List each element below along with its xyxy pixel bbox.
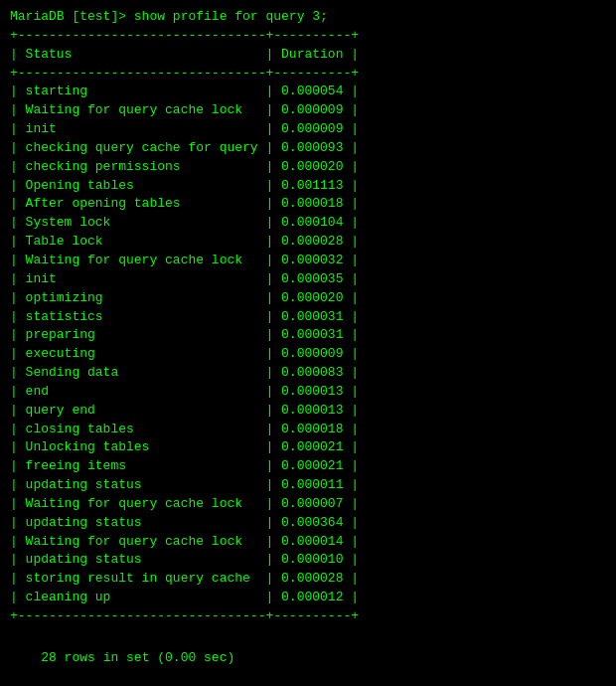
table-row: | Opening tables | 0.001113 | <box>10 177 606 196</box>
table-row: | Waiting for query cache lock | 0.00000… <box>10 495 606 514</box>
table-body: | starting | 0.000054 || Waiting for que… <box>10 83 606 607</box>
result-summary: 28 rows in set (0.00 sec) <box>10 630 606 686</box>
separator-mid: +--------------------------------+------… <box>10 65 606 84</box>
table-row: | After opening tables | 0.000018 | <box>10 195 606 214</box>
table-row: | closing tables | 0.000018 | <box>10 421 606 439</box>
table-row: | end | 0.000013 | <box>10 383 606 402</box>
table-row: | init | 0.000035 | <box>10 270 606 289</box>
table-row: | updating status | 0.000010 | <box>10 551 606 570</box>
table-row: | Waiting for query cache lock | 0.00000… <box>10 101 606 120</box>
table-row: | checking permissions | 0.000020 | <box>10 158 606 177</box>
table-row: | storing result in query cache | 0.0000… <box>10 570 606 589</box>
table-row: | Unlocking tables | 0.000021 | <box>10 438 606 457</box>
table-row: | optimizing | 0.000020 | <box>10 289 606 308</box>
command-line: MariaDB [test]> show profile for query 3… <box>10 8 606 27</box>
table-row: | Waiting for query cache lock | 0.00001… <box>10 533 606 552</box>
table-row: | starting | 0.000054 | <box>10 83 606 101</box>
table-header: | Status | Duration | <box>10 46 606 65</box>
separator-bottom: +--------------------------------+------… <box>10 607 606 626</box>
table-row: | statistics | 0.000031 | <box>10 308 606 327</box>
table-row: | preparing | 0.000031 | <box>10 326 606 345</box>
separator-top: +--------------------------------+------… <box>10 27 606 46</box>
terminal-container: MariaDB [test]> show profile for query 3… <box>10 8 606 686</box>
table-row: | Sending data | 0.000083 | <box>10 364 606 383</box>
table-row: | cleaning up | 0.000012 | <box>10 589 606 607</box>
table-row: | executing | 0.000009 | <box>10 345 606 364</box>
table-row: | init | 0.000009 | <box>10 120 606 139</box>
table-row: | System lock | 0.000104 | <box>10 214 606 233</box>
table-row: | checking query cache for query | 0.000… <box>10 139 606 158</box>
table-row: | updating status | 0.000011 | <box>10 476 606 495</box>
table-row: | updating status | 0.000364 | <box>10 514 606 533</box>
table-row: | freeing items | 0.000021 | <box>10 457 606 476</box>
table-row: | Table lock | 0.000028 | <box>10 233 606 252</box>
table-row: | Waiting for query cache lock | 0.00003… <box>10 252 606 270</box>
table-row: | query end | 0.000013 | <box>10 402 606 421</box>
